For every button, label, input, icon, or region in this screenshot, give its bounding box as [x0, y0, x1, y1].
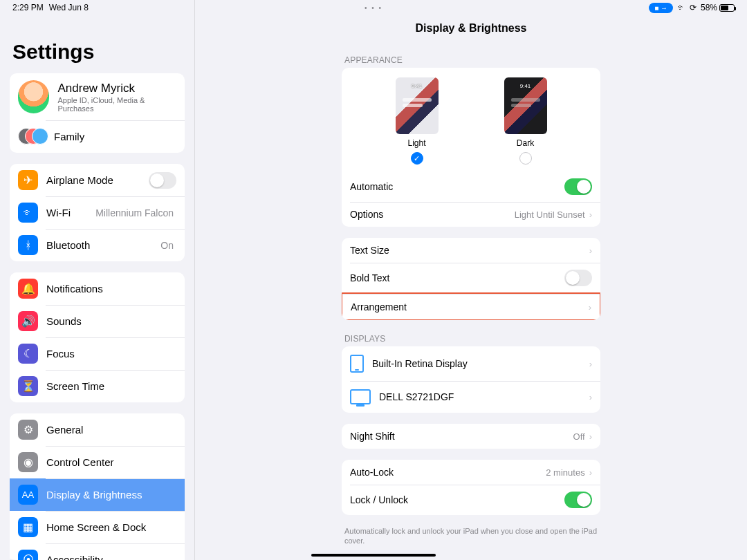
focus-row[interactable]: ☾ Focus [10, 337, 185, 370]
notifications-row[interactable]: 🔔 Notifications [10, 272, 185, 305]
chevron-right-icon: › [589, 359, 592, 369]
sounds-row[interactable]: 🔊 Sounds [10, 305, 185, 337]
settings-sidebar: Settings Andrew Myrick Apple ID, iCloud,… [0, 15, 194, 560]
lock-unlock-toggle[interactable] [564, 492, 592, 508]
text-card: Text Size › Bold Text Arrangement › [342, 238, 600, 320]
gear-icon: ⚙ [18, 420, 38, 440]
bluetooth-row[interactable]: ᚼ Bluetooth On [10, 229, 185, 261]
monitor-icon [350, 389, 371, 404]
general-row[interactable]: ⚙ General [10, 413, 185, 446]
airplane-toggle[interactable] [149, 172, 176, 189]
dark-radio[interactable] [519, 152, 532, 165]
bold-toggle[interactable] [564, 270, 592, 286]
home-indicator[interactable] [311, 554, 436, 557]
lock-unlock-row[interactable]: Lock / Unlock [342, 485, 600, 515]
family-row[interactable]: Family [10, 120, 185, 153]
automatic-row[interactable]: Automatic [342, 171, 600, 202]
chevron-right-icon: › [589, 392, 592, 402]
lock-footer-note: Automatically lock and unlock your iPad … [344, 526, 598, 546]
control-center-row[interactable]: ◉ Control Center [10, 446, 185, 478]
text-size-row[interactable]: Text Size › [342, 238, 600, 263]
aa-icon: AA [18, 485, 38, 505]
airplane-mode-row[interactable]: ✈ Airplane Mode [10, 164, 185, 196]
displays-card: Built-In Retina Display › DELL S2721DGF … [342, 346, 600, 413]
chevron-right-icon: › [589, 209, 592, 220]
airplane-icon: ✈ [18, 170, 38, 190]
screen-time-row[interactable]: ⏳ Screen Time [10, 370, 185, 402]
display-brightness-row[interactable]: AA Display & Brightness [10, 478, 185, 511]
appearance-card: 9:41 Light ✓ 9:41 Dark Automatic [342, 68, 600, 227]
wifi-row[interactable]: ᯤ Wi-Fi Millennium Falcon [10, 196, 185, 229]
external-display-row[interactable]: DELL S2721DGF › [342, 381, 600, 413]
wifi-icon: ᯤ [677, 3, 685, 12]
chevron-right-icon: › [589, 467, 592, 478]
chevron-right-icon: › [589, 245, 592, 256]
page-title: Display & Brightness [195, 15, 747, 35]
night-shift-card: Night Shift Off › [342, 424, 600, 449]
profile-card: Andrew Myrick Apple ID, iCloud, Media & … [10, 73, 185, 153]
dark-thumb-icon: 9:41 [504, 77, 547, 134]
accessibility-icon: ⦿ [18, 550, 38, 560]
sounds-icon: 🔊 [18, 311, 38, 331]
general-group: ⚙ General ◉ Control Center AA Display & … [10, 413, 185, 560]
notifications-group: 🔔 Notifications 🔊 Sounds ☾ Focus ⏳ Scree… [10, 272, 185, 402]
appearance-header: APPEARANCE [344, 55, 600, 65]
night-shift-row[interactable]: Night Shift Off › [342, 424, 600, 449]
wifi-settings-icon: ᯤ [18, 203, 38, 223]
screen-time-icon: ⏳ [18, 376, 38, 396]
orientation-lock-icon: ⟳ [690, 3, 697, 12]
profile-name: Andrew Myrick [57, 82, 176, 95]
builtin-display-row[interactable]: Built-In Retina Display › [342, 346, 600, 381]
home-screen-row[interactable]: ▦ Home Screen & Dock [10, 511, 185, 543]
displays-header: DISPLAYS [344, 334, 600, 344]
appearance-light-option[interactable]: 9:41 Light ✓ [396, 77, 439, 165]
accessibility-row[interactable]: ⦿ Accessibility [10, 543, 185, 560]
multitask-dots[interactable]: • • • [365, 4, 382, 12]
tablet-icon [350, 355, 364, 373]
lock-card: Auto-Lock 2 minutes › Lock / Unlock [342, 460, 600, 515]
light-radio[interactable]: ✓ [411, 152, 423, 165]
chevron-right-icon: › [589, 302, 591, 312]
appearance-dark-option[interactable]: 9:41 Dark [504, 77, 547, 165]
connectivity-group: ✈ Airplane Mode ᯤ Wi-Fi Millennium Falco… [10, 164, 185, 261]
home-screen-icon: ▦ [18, 517, 38, 537]
sidebar-title: Settings [12, 40, 182, 64]
control-center-icon: ◉ [18, 452, 38, 472]
focus-icon: ☾ [18, 344, 38, 364]
apple-id-row[interactable]: Andrew Myrick Apple ID, iCloud, Media & … [10, 73, 185, 120]
status-date: Wed Jun 8 [49, 3, 89, 12]
bold-text-row[interactable]: Bold Text [342, 263, 600, 293]
chevron-right-icon: › [589, 431, 592, 442]
family-avatars-icon [18, 127, 46, 147]
battery-indicator: 58% [701, 3, 735, 12]
avatar-icon [18, 80, 49, 113]
notifications-icon: 🔔 [18, 279, 38, 299]
bluetooth-icon: ᚼ [18, 235, 38, 255]
arrangement-row[interactable]: Arrangement › [342, 294, 600, 319]
auto-lock-row[interactable]: Auto-Lock 2 minutes › [342, 460, 600, 485]
status-time: 2:29 PM [12, 3, 44, 12]
automatic-toggle[interactable] [564, 178, 592, 195]
options-row[interactable]: Options Light Until Sunset › [342, 202, 600, 227]
profile-sub: Apple ID, iCloud, Media & Purchases [57, 96, 176, 113]
light-thumb-icon: 9:41 [396, 77, 439, 134]
main-pane: Display & Brightness APPEARANCE 9:41 Lig… [195, 15, 747, 560]
multitask-pill[interactable]: ■ → [649, 3, 673, 13]
